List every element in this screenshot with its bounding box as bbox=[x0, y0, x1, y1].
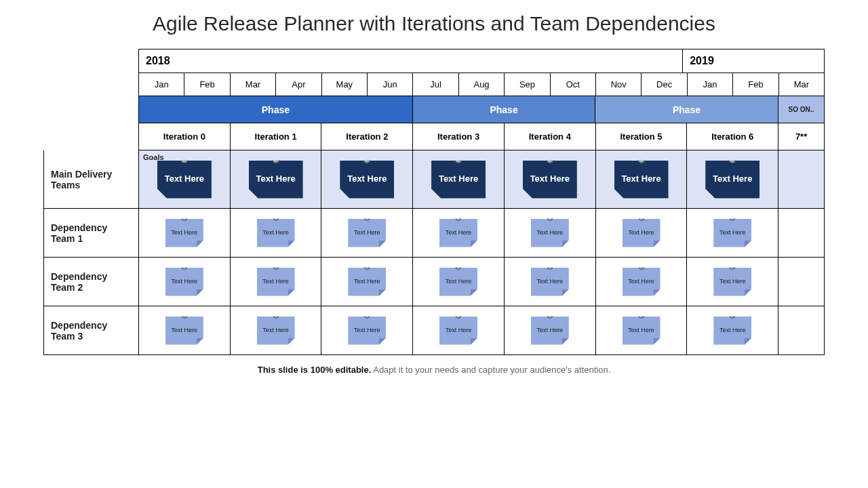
goal-note[interactable]: Text Here bbox=[523, 161, 577, 199]
dep-note[interactable]: Text Here bbox=[623, 268, 660, 296]
row-label-dep3: Dependency Team 3 bbox=[43, 306, 138, 355]
iteration-cell: 7** bbox=[778, 123, 825, 150]
dep-slot-empty bbox=[778, 258, 825, 306]
dep-note[interactable]: Text Here bbox=[439, 268, 477, 296]
dep-slot: Text Here bbox=[687, 209, 778, 258]
footer-bold: This slide is 100% editable. bbox=[258, 365, 372, 375]
row-label-dep1: Dependency Team 1 bbox=[43, 209, 138, 258]
goal-note[interactable]: Text Here bbox=[157, 161, 212, 199]
dep-slot-empty bbox=[778, 306, 825, 355]
footer-note: This slide is 100% editable. Adapt it to… bbox=[0, 365, 868, 375]
dep-slot: Text Here bbox=[505, 258, 596, 306]
dep-note[interactable]: Text Here bbox=[257, 317, 295, 345]
dep-note[interactable]: Text Here bbox=[623, 317, 660, 345]
goal-slot: Text Here bbox=[231, 150, 322, 208]
dep-slot: Text Here bbox=[138, 209, 231, 258]
dep-note[interactable]: Text Here bbox=[531, 317, 569, 345]
dep-note[interactable]: Text Here bbox=[713, 317, 751, 345]
dep-slot: Text Here bbox=[231, 258, 322, 306]
month-cell: Jun bbox=[368, 73, 413, 96]
dep-slot: Text Here bbox=[505, 209, 596, 258]
dep-slot: Text Here bbox=[321, 258, 413, 306]
month-cell: Apr bbox=[276, 73, 321, 96]
dep-slot: Text Here bbox=[596, 306, 688, 355]
dep-note[interactable]: Text Here bbox=[439, 219, 477, 247]
dep-note[interactable]: Text Here bbox=[348, 219, 386, 247]
dep-slot: Text Here bbox=[231, 306, 322, 355]
iteration-cell: Iteration 6 bbox=[687, 123, 778, 150]
month-cell: Sep bbox=[505, 73, 550, 96]
dep-note[interactable]: Text Here bbox=[165, 268, 203, 296]
iteration-cell: Iteration 4 bbox=[505, 123, 596, 150]
goal-slot: Text Here bbox=[505, 150, 596, 208]
goal-note[interactable]: Text Here bbox=[431, 161, 486, 199]
year-2019: 2019 bbox=[683, 49, 825, 73]
phase-block-3: Phase bbox=[595, 96, 778, 123]
phase-continuation: SO ON.. bbox=[778, 96, 825, 123]
page-title: Agile Release Planner with Iterations an… bbox=[0, 12, 868, 35]
iteration-row: Iteration 0 Iteration 1 Iteration 2 Iter… bbox=[43, 123, 825, 150]
month-cell: Dec bbox=[642, 73, 687, 96]
goal-slot: Text Here bbox=[687, 150, 778, 208]
dep-note[interactable]: Text Here bbox=[348, 317, 386, 345]
month-row: Jan Feb Mar Apr May Jun Jul Aug Sep Oct … bbox=[43, 73, 825, 96]
month-cell: May bbox=[322, 73, 368, 96]
month-cell: Nov bbox=[596, 73, 642, 96]
iteration-cell: Iteration 3 bbox=[413, 123, 505, 150]
dep-note[interactable]: Text Here bbox=[165, 317, 203, 345]
row-label-main: Main Delivery Teams bbox=[43, 150, 138, 209]
dep-slot: Text Here bbox=[596, 209, 688, 258]
month-cell: Feb bbox=[184, 73, 230, 96]
planner-grid: 2018 2019 Jan Feb Mar Apr May Jun Jul Au… bbox=[43, 49, 825, 355]
phase-row: Phase Phase Phase SO ON.. bbox=[43, 96, 825, 123]
dep-note[interactable]: Text Here bbox=[165, 219, 203, 247]
goal-note[interactable]: Text Here bbox=[249, 161, 303, 199]
dep-slot-empty bbox=[778, 209, 825, 258]
goal-slot: Text Here bbox=[321, 150, 413, 208]
dep-slot: Text Here bbox=[687, 258, 778, 306]
goal-note[interactable]: Text Here bbox=[614, 161, 669, 199]
goal-note[interactable]: Text Here bbox=[340, 161, 394, 199]
month-cell: Mar bbox=[779, 73, 825, 96]
row-label-dep2: Dependency Team 2 bbox=[43, 258, 138, 306]
dep-note[interactable]: Text Here bbox=[713, 219, 751, 247]
dependency-row-2: Dependency Team 2 Text Here Text Here Te… bbox=[43, 258, 825, 306]
dep-slot: Text Here bbox=[687, 306, 778, 355]
dep-note[interactable]: Text Here bbox=[531, 219, 569, 247]
goal-slot: Text Here bbox=[596, 150, 688, 208]
dep-note[interactable]: Text Here bbox=[257, 268, 295, 296]
dep-note[interactable]: Text Here bbox=[439, 317, 477, 345]
iteration-cell: Iteration 0 bbox=[138, 123, 231, 150]
dep-slot: Text Here bbox=[321, 306, 413, 355]
month-cell: Jan bbox=[138, 73, 184, 96]
dep-slot: Text Here bbox=[138, 258, 231, 306]
dep-slot: Text Here bbox=[138, 306, 231, 355]
goal-note[interactable]: Text Here bbox=[705, 161, 760, 199]
month-cell: Jan bbox=[688, 73, 733, 96]
month-cell: Oct bbox=[551, 73, 596, 96]
dep-note[interactable]: Text Here bbox=[257, 219, 295, 247]
dependency-row-1: Dependency Team 1 Text Here Text Here Te… bbox=[43, 209, 825, 258]
year-2018: 2018 bbox=[138, 49, 683, 73]
dependency-row-3: Dependency Team 3 Text Here Text Here Te… bbox=[43, 306, 825, 355]
dep-slot: Text Here bbox=[505, 306, 596, 355]
month-cell: Feb bbox=[733, 73, 778, 96]
dep-slot: Text Here bbox=[413, 258, 505, 306]
dep-note[interactable]: Text Here bbox=[531, 268, 569, 296]
phase-block-2: Phase bbox=[413, 96, 596, 123]
dep-slot: Text Here bbox=[231, 209, 322, 258]
month-cell: Mar bbox=[231, 73, 276, 96]
month-cell: Aug bbox=[459, 73, 505, 96]
dep-note[interactable]: Text Here bbox=[713, 268, 751, 296]
year-row: 2018 2019 bbox=[43, 49, 825, 73]
goal-slot: Text Here bbox=[413, 150, 505, 208]
phase-block-1: Phase bbox=[138, 96, 413, 123]
iteration-cell: Iteration 2 bbox=[321, 123, 413, 150]
dep-slot: Text Here bbox=[413, 306, 505, 355]
dep-note[interactable]: Text Here bbox=[623, 219, 660, 247]
dep-slot: Text Here bbox=[596, 258, 688, 306]
goal-slot-empty bbox=[778, 150, 824, 208]
goals-label: Goals bbox=[143, 153, 164, 161]
dep-note[interactable]: Text Here bbox=[348, 268, 386, 296]
month-cell: Jul bbox=[413, 73, 458, 96]
